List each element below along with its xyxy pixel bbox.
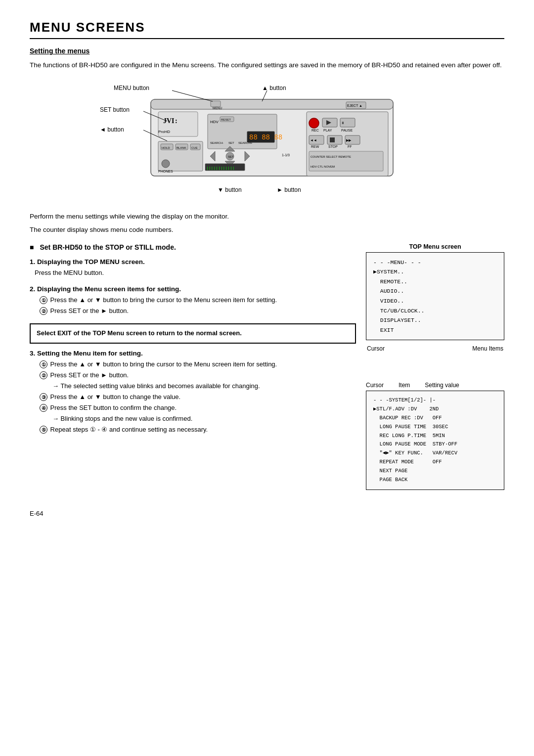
step3-title: 3. Setting the Menu item for setting.	[30, 350, 356, 357]
svg-text:PLAY: PLAY	[323, 129, 332, 132]
svg-text:CUE: CUE	[191, 146, 198, 149]
svg-text:PAUSE: PAUSE	[341, 129, 353, 132]
svg-text:ProHD: ProHD	[158, 130, 170, 134]
bullet-icon	[30, 243, 37, 251]
svg-text:▶▶: ▶▶	[346, 138, 352, 142]
top-menu-screen-display: - - -MENU- - - ▶SYSTEM.. REMOTE.. AUDIO.…	[366, 252, 504, 340]
down-button-label: ▼ button	[218, 186, 242, 193]
svg-text:PHONES: PHONES	[158, 170, 173, 173]
step3-circle-1: ①	[40, 360, 47, 368]
svg-text:HOLD: HOLD	[162, 146, 170, 149]
svg-text:SEARCH+: SEARCH+	[238, 141, 253, 144]
step1-title: 1. Displaying the TOP MENU screen.	[30, 258, 356, 266]
setting-screen-labels: Cursor Item Setting value	[366, 382, 504, 389]
intro-text: The functions of BR-HD50 are configured …	[30, 60, 504, 71]
item-label: Item	[399, 382, 410, 389]
svg-text:JVI: JVI	[163, 117, 175, 125]
circle-1: ①	[40, 296, 47, 304]
svg-text::: :	[175, 117, 178, 125]
setting-value-label: Setting value	[425, 382, 459, 389]
svg-point-51	[162, 160, 170, 168]
svg-text:⏸: ⏸	[341, 121, 345, 125]
svg-text:SEARCH-: SEARCH-	[210, 141, 223, 144]
svg-rect-43	[330, 137, 335, 142]
left-column: Set BR-HD50 to the STOP or STILL mode. 1…	[30, 243, 356, 495]
svg-text:HDV CTL NOVEM: HDV CTL NOVEM	[311, 165, 335, 168]
svg-text:REC: REC	[312, 129, 319, 132]
circle-2: ②	[40, 307, 47, 315]
step3-circle-5: ⑤	[40, 426, 47, 434]
svg-text:STOP: STOP	[328, 145, 338, 148]
top-menu-screen-label: TOP Menu screen	[366, 243, 504, 250]
svg-rect-57	[211, 101, 221, 107]
svg-text:SET: SET	[228, 155, 234, 158]
svg-text:HDV: HDV	[210, 120, 219, 124]
monitor-text: Perform the menu settings while viewing …	[30, 211, 504, 222]
menu-button-label: MENU button	[114, 85, 149, 91]
up-button-label: ▲ button	[262, 85, 286, 91]
cursor-label2: Cursor	[366, 382, 384, 389]
set-button-label: SET button	[100, 106, 130, 113]
top-menu-screen-section: TOP Menu screen - - -MENU- - - ▶SYSTEM..…	[366, 243, 504, 352]
setting-screen-section: Cursor Item Setting value - - -SYSTEM[1/…	[366, 382, 504, 489]
section-heading: Setting the menus	[30, 47, 504, 55]
step3-circle-2: ②	[40, 371, 47, 379]
svg-text:FF: FF	[348, 145, 352, 148]
right-button-label: ► button	[277, 186, 301, 193]
step3-circle-3: ③	[40, 393, 47, 401]
svg-text:RESET: RESET	[221, 118, 231, 121]
svg-text:COUNTER SELECT REMOTE: COUNTER SELECT REMOTE	[311, 155, 351, 158]
step2-body: ① Press the or button to bring the curso…	[30, 295, 356, 316]
menu-items-label: Menu Items	[472, 345, 503, 352]
counter-text: The counter display shows menu code numb…	[30, 224, 504, 235]
select-box: Select EXIT of the TOP Menu screen to re…	[30, 323, 356, 344]
device-diagram-area: MENU button ▲ button SET button ◄ button…	[30, 81, 504, 199]
svg-text:88 88 88: 88 88 88	[249, 133, 282, 141]
step2-block: 2. Displaying the Menu screen items for …	[30, 285, 356, 316]
svg-point-31	[309, 118, 319, 128]
cursor-label: Cursor	[367, 345, 385, 352]
step1-block: 1. Displaying the TOP MENU screen. Press…	[30, 258, 356, 278]
svg-text:||||||||||||: ||||||||||||	[206, 166, 235, 170]
step2-title: 2. Displaying the Menu screen items for …	[30, 285, 356, 293]
svg-text:◄◄: ◄◄	[310, 138, 317, 142]
left-button-label: ◄ button	[100, 126, 124, 133]
step1-body: Press the MENU button.	[30, 267, 356, 278]
step3-block: 3. Setting the Menu item for setting. ① …	[30, 350, 356, 436]
svg-text:REW: REW	[311, 145, 319, 148]
page-footer: E-64	[30, 510, 504, 517]
stop-mode-text: Set BR-HD50 to the STOP or STILL mode.	[40, 243, 176, 251]
svg-text:1-1/3: 1-1/3	[282, 153, 290, 157]
svg-text:EJECT ▲: EJECT ▲	[347, 104, 362, 107]
main-content: Set BR-HD50 to the STOP or STILL mode. 1…	[30, 243, 504, 495]
page-title: MENU SCREENS	[30, 20, 504, 39]
svg-text:BLANK: BLANK	[177, 146, 186, 149]
svg-rect-48	[309, 151, 383, 171]
setting-screen-display: - - -SYSTEM[1/2]- |- ▶STL/F.ADV :DV 2ND …	[366, 391, 504, 489]
svg-text:SET: SET	[228, 141, 234, 144]
stop-mode-notice: Set BR-HD50 to the STOP or STILL mode.	[30, 243, 356, 251]
device-svg: JVI : ProHD HOLD BLANK CUE 88 88 88 HDV …	[148, 94, 396, 188]
top-menu-sublabels: Cursor Menu Items	[366, 345, 504, 352]
step3-body: ① Press the or button to bring the curso…	[30, 359, 356, 436]
right-column: TOP Menu screen - - -MENU- - - ▶SYSTEM..…	[366, 243, 504, 495]
step3-circle-4: ④	[40, 404, 47, 412]
